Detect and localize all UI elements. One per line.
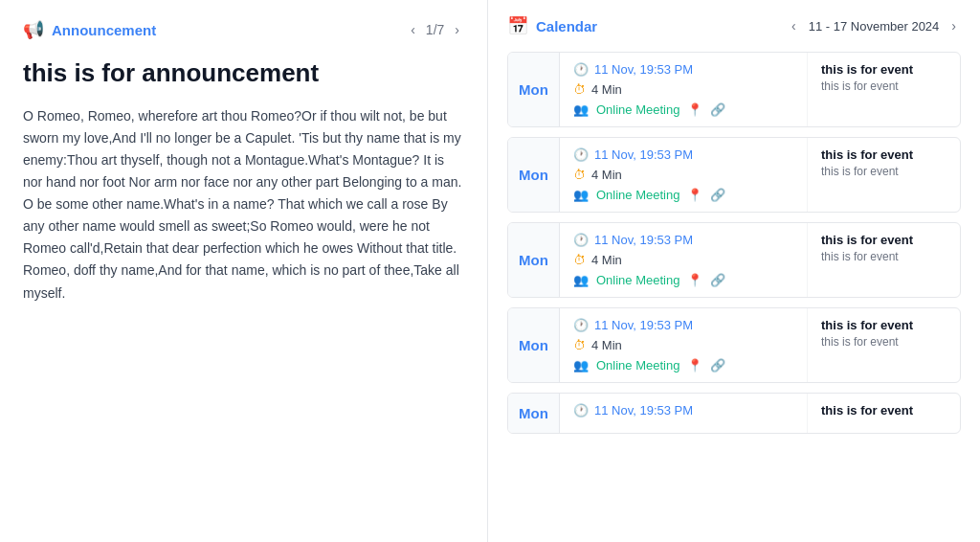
link-icon: 🔗 (710, 273, 725, 287)
pagination: ‹ 1/7 › (406, 20, 464, 39)
event-title-col: this is for event this is for event (807, 223, 960, 297)
meeting-icon: 👥 (573, 358, 589, 373)
event-title-col: this is for event this is for event (807, 308, 960, 382)
pagination-current: 1 (426, 22, 434, 37)
event-meta-row: 👥 Online Meeting 📍 🔗 (573, 188, 793, 202)
announcement-panel: 📢 Announcement ‹ 1/7 › this is for annou… (0, 0, 488, 542)
event-title-col: this is for event (807, 394, 960, 433)
date-range: ‹ 11 - 17 November 2024 › (787, 16, 961, 35)
event-duration: 4 Min (591, 338, 622, 352)
event-title-sub: this is for event (821, 250, 947, 263)
event-details: 🕐 11 Nov, 19:53 PM ⏱ 4 Min 👥 Online Meet… (560, 53, 807, 126)
event-title-sub: this is for event (821, 335, 947, 349)
calendar-header: 📅 Calendar ‹ 11 - 17 November 2024 › (507, 15, 961, 36)
event-details: 🕐 11 Nov, 19:53 PM ⏱ 4 Min 👥 Online Meet… (560, 138, 807, 212)
event-title-sub: this is for event (821, 79, 947, 93)
event-details: 🕐 11 Nov, 19:53 PM (560, 394, 807, 433)
event-meta-row: 👥 Online Meeting 📍 🔗 (573, 358, 793, 373)
event-duration-row: ⏱ 4 Min (573, 253, 793, 267)
clock-icon: 🕐 (573, 318, 589, 332)
event-title-col: this is for event this is for event (807, 138, 960, 212)
event-day: Mon (508, 53, 560, 126)
event-title-col: this is for event this is for event (807, 53, 960, 126)
event-details: 🕐 11 Nov, 19:53 PM ⏱ 4 Min 👥 Online Meet… (560, 308, 807, 382)
event-card[interactable]: Mon 🕐 11 Nov, 19:53 PM ⏱ 4 Min 👥 Online … (507, 222, 961, 298)
timer-icon: ⏱ (573, 82, 586, 97)
event-title-main: this is for event (821, 62, 947, 77)
calendar-title: Calendar (536, 18, 597, 34)
calendar-icon: 📅 (507, 15, 528, 36)
announcement-heading: this is for announcement (23, 57, 464, 90)
clock-icon: 🕐 (573, 403, 589, 418)
event-day: Mon (508, 138, 560, 212)
timer-icon: ⏱ (573, 338, 586, 352)
announcement-title: Announcement (52, 22, 156, 38)
meeting-label: Online Meeting (596, 102, 679, 117)
event-day: Mon (508, 223, 560, 297)
announcement-icon: 📢 (23, 19, 44, 40)
date-range-text: 11 - 17 November 2024 (809, 19, 940, 34)
timer-icon: ⏱ (573, 253, 586, 267)
clock-icon: 🕐 (573, 233, 589, 247)
event-title-main: this is for event (821, 233, 947, 247)
link-icon: 🔗 (710, 102, 725, 117)
clock-icon: 🕐 (573, 147, 589, 162)
timer-icon: ⏱ (573, 168, 586, 182)
meeting-label: Online Meeting (596, 358, 679, 373)
event-duration: 4 Min (591, 168, 622, 182)
calendar-panel: 📅 Calendar ‹ 11 - 17 November 2024 › Mon… (488, 0, 980, 542)
event-duration-row: ⏱ 4 Min (573, 168, 793, 182)
event-time-row: 🕐 11 Nov, 19:53 PM (573, 318, 793, 332)
announcement-body: O Romeo, Romeo, wherefore art thou Romeo… (23, 105, 464, 305)
event-day: Mon (508, 308, 560, 382)
event-time: 11 Nov, 19:53 PM (594, 233, 693, 247)
event-time: 11 Nov, 19:53 PM (594, 62, 693, 77)
event-card[interactable]: Mon 🕐 11 Nov, 19:53 PM ⏱ 4 Min 👥 Online … (507, 52, 961, 127)
prev-page-button[interactable]: ‹ (406, 20, 420, 39)
location-icon: 📍 (687, 358, 702, 373)
meeting-icon: 👥 (573, 102, 589, 117)
event-title-main: this is for event (821, 318, 947, 332)
meeting-icon: 👥 (573, 273, 589, 287)
next-week-button[interactable]: › (947, 16, 961, 35)
event-meta-row: 👥 Online Meeting 📍 🔗 (573, 102, 793, 117)
prev-week-button[interactable]: ‹ (787, 16, 801, 35)
event-meta-row: 👥 Online Meeting 📍 🔗 (573, 273, 793, 287)
event-title-main: this is for event (821, 147, 947, 162)
event-time-row: 🕐 11 Nov, 19:53 PM (573, 403, 793, 418)
events-list: Mon 🕐 11 Nov, 19:53 PM ⏱ 4 Min 👥 Online … (507, 52, 961, 434)
event-card[interactable]: Mon 🕐 11 Nov, 19:53 PM ⏱ 4 Min 👥 Online … (507, 307, 961, 383)
event-time-row: 🕐 11 Nov, 19:53 PM (573, 62, 793, 77)
meeting-label: Online Meeting (596, 188, 679, 202)
event-title-sub: this is for event (821, 165, 947, 178)
pagination-text: 1/7 (426, 22, 444, 37)
event-duration-row: ⏱ 4 Min (573, 338, 793, 352)
event-time: 11 Nov, 19:53 PM (594, 318, 693, 332)
link-icon: 🔗 (710, 188, 725, 202)
location-icon: 📍 (687, 273, 702, 287)
announcement-header-left: 📢 Announcement (23, 19, 156, 40)
event-time-row: 🕐 11 Nov, 19:53 PM (573, 147, 793, 162)
location-icon: 📍 (687, 188, 702, 202)
event-duration-row: ⏱ 4 Min (573, 82, 793, 97)
event-time: 11 Nov, 19:53 PM (594, 403, 693, 418)
next-page-button[interactable]: › (450, 20, 464, 39)
event-card[interactable]: Mon 🕐 11 Nov, 19:53 PM this is for event (507, 393, 961, 434)
event-time-row: 🕐 11 Nov, 19:53 PM (573, 233, 793, 247)
location-icon: 📍 (687, 102, 702, 117)
clock-icon: 🕐 (573, 62, 589, 77)
event-duration: 4 Min (591, 253, 622, 267)
event-details: 🕐 11 Nov, 19:53 PM ⏱ 4 Min 👥 Online Meet… (560, 223, 807, 297)
link-icon: 🔗 (710, 358, 725, 373)
announcement-header: 📢 Announcement ‹ 1/7 › (23, 19, 464, 40)
meeting-label: Online Meeting (596, 273, 679, 287)
event-card[interactable]: Mon 🕐 11 Nov, 19:53 PM ⏱ 4 Min 👥 Online … (507, 137, 961, 213)
event-title-main: this is for event (821, 403, 947, 418)
pagination-total: 7 (437, 22, 445, 37)
event-day: Mon (508, 394, 560, 433)
event-duration: 4 Min (591, 82, 622, 97)
event-time: 11 Nov, 19:53 PM (594, 147, 693, 162)
calendar-header-left: 📅 Calendar (507, 15, 597, 36)
meeting-icon: 👥 (573, 188, 589, 202)
